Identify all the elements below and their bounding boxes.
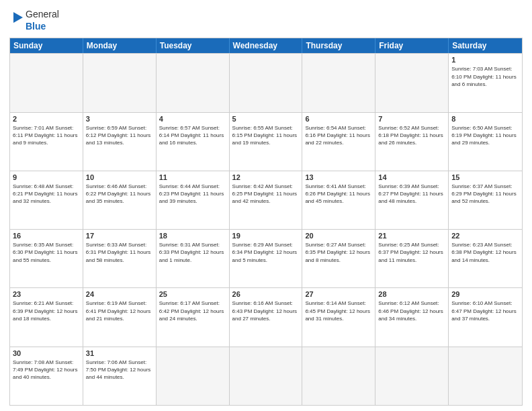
day-info: Sunrise: 7:03 AM Sunset: 6:10 PM Dayligh… [451,65,519,88]
calendar-cell: 6Sunrise: 6:54 AM Sunset: 6:16 PM Daylig… [302,113,375,171]
day-number: 16 [13,232,80,240]
calendar-body: 1Sunrise: 7:03 AM Sunset: 6:10 PM Daylig… [10,53,522,405]
calendar-row-3: 16Sunrise: 6:35 AM Sunset: 6:30 PM Dayli… [10,229,522,287]
calendar-cell: 3Sunrise: 6:59 AM Sunset: 6:12 PM Daylig… [83,113,157,171]
day-number: 6 [305,115,372,123]
logo-general: General [26,9,59,19]
calendar-cell: 26Sunrise: 6:16 AM Sunset: 6:43 PM Dayli… [230,288,303,346]
day-of-week-tuesday: Tuesday [157,38,230,53]
calendar-cell: 15Sunrise: 6:37 AM Sunset: 6:29 PM Dayli… [449,171,522,229]
day-number: 24 [86,290,153,298]
day-number: 31 [86,349,153,357]
calendar-cell: 9Sunrise: 6:48 AM Sunset: 6:21 PM Daylig… [10,171,83,229]
calendar-cell: 31Sunrise: 7:06 AM Sunset: 7:50 PM Dayli… [83,347,157,405]
day-number: 15 [451,173,519,181]
day-number: 5 [232,115,300,123]
calendar-cell: 23Sunrise: 6:21 AM Sunset: 6:39 PM Dayli… [10,288,83,346]
day-of-week-saturday: Saturday [449,38,522,53]
day-number: 20 [305,232,372,240]
day-info: Sunrise: 6:19 AM Sunset: 6:41 PM Dayligh… [86,300,153,322]
calendar-cell: 17Sunrise: 6:33 AM Sunset: 6:31 PM Dayli… [83,230,157,287]
day-info: Sunrise: 6:23 AM Sunset: 6:38 PM Dayligh… [451,241,519,264]
calendar-cell [157,54,230,111]
day-info: Sunrise: 7:01 AM Sunset: 6:11 PM Dayligh… [13,124,80,147]
calendar-cell [302,54,375,111]
day-number: 18 [159,232,226,240]
day-info: Sunrise: 6:21 AM Sunset: 6:39 PM Dayligh… [13,300,80,322]
calendar-cell: 10Sunrise: 6:46 AM Sunset: 6:22 PM Dayli… [83,171,157,229]
day-number: 12 [232,173,300,181]
header: General Blue [9,8,523,32]
calendar-cell: 30Sunrise: 7:08 AM Sunset: 7:49 PM Dayli… [10,347,83,405]
day-number: 14 [378,173,445,181]
calendar-cell: 25Sunrise: 6:17 AM Sunset: 6:42 PM Dayli… [157,288,230,346]
calendar-cell: 19Sunrise: 6:29 AM Sunset: 6:34 PM Dayli… [230,230,303,287]
calendar-header: SundayMondayTuesdayWednesdayThursdayFrid… [10,38,522,53]
day-info: Sunrise: 6:55 AM Sunset: 6:15 PM Dayligh… [232,124,300,147]
calendar-cell: 2Sunrise: 7:01 AM Sunset: 6:11 PM Daylig… [10,113,83,171]
day-info: Sunrise: 7:06 AM Sunset: 7:50 PM Dayligh… [86,359,153,381]
calendar-cell: 24Sunrise: 6:19 AM Sunset: 6:41 PM Dayli… [83,288,157,346]
calendar-cell: 12Sunrise: 6:42 AM Sunset: 6:25 PM Dayli… [230,171,303,229]
day-number: 17 [86,232,153,240]
day-info: Sunrise: 6:59 AM Sunset: 6:12 PM Dayligh… [86,124,153,147]
day-info: Sunrise: 6:16 AM Sunset: 6:43 PM Dayligh… [232,300,300,322]
calendar-cell: 22Sunrise: 6:23 AM Sunset: 6:38 PM Dayli… [449,230,522,287]
day-info: Sunrise: 6:25 AM Sunset: 6:37 PM Dayligh… [378,241,445,264]
day-number: 22 [451,232,519,240]
day-number: 9 [13,173,80,181]
svg-marker-0 [13,12,23,23]
calendar-cell: 5Sunrise: 6:55 AM Sunset: 6:15 PM Daylig… [230,113,303,171]
day-of-week-wednesday: Wednesday [230,38,303,53]
calendar-row-2: 9Sunrise: 6:48 AM Sunset: 6:21 PM Daylig… [10,171,522,229]
logo-text: General Blue [26,8,59,32]
calendar-cell: 1Sunrise: 7:03 AM Sunset: 6:10 PM Daylig… [449,54,522,111]
day-of-week-friday: Friday [375,38,449,53]
logo-container: General Blue [9,8,59,32]
calendar-row-4: 23Sunrise: 6:21 AM Sunset: 6:39 PM Dayli… [10,287,522,346]
day-info: Sunrise: 6:17 AM Sunset: 6:42 PM Dayligh… [159,300,226,322]
calendar-cell: 14Sunrise: 6:39 AM Sunset: 6:27 PM Dayli… [375,171,449,229]
day-number: 29 [451,290,519,298]
day-of-week-thursday: Thursday [302,38,375,53]
calendar-cell [157,347,230,405]
day-info: Sunrise: 6:42 AM Sunset: 6:25 PM Dayligh… [232,183,300,205]
day-info: Sunrise: 6:48 AM Sunset: 6:21 PM Dayligh… [13,183,80,205]
day-number: 1 [451,56,519,64]
calendar-cell [449,347,522,405]
day-number: 25 [159,290,226,298]
calendar-cell: 29Sunrise: 6:10 AM Sunset: 6:47 PM Dayli… [449,288,522,346]
day-number: 11 [159,173,226,181]
calendar-row-5: 30Sunrise: 7:08 AM Sunset: 7:49 PM Dayli… [10,347,522,405]
day-number: 27 [305,290,372,298]
calendar-cell [230,54,303,111]
logo: General Blue [9,8,59,32]
calendar-cell [83,54,157,111]
calendar-cell: 13Sunrise: 6:41 AM Sunset: 6:26 PM Dayli… [302,171,375,229]
day-info: Sunrise: 6:37 AM Sunset: 6:29 PM Dayligh… [451,183,519,205]
day-info: Sunrise: 6:46 AM Sunset: 6:22 PM Dayligh… [86,183,153,205]
day-number: 26 [232,290,300,298]
day-of-week-sunday: Sunday [10,38,83,53]
calendar-cell [10,54,83,111]
day-number: 2 [13,115,80,123]
day-info: Sunrise: 7:08 AM Sunset: 7:49 PM Dayligh… [13,359,80,381]
day-info: Sunrise: 6:35 AM Sunset: 6:30 PM Dayligh… [13,241,80,264]
calendar-cell: 8Sunrise: 6:50 AM Sunset: 6:19 PM Daylig… [449,113,522,171]
calendar-row-1: 2Sunrise: 7:01 AM Sunset: 6:11 PM Daylig… [10,112,522,171]
day-info: Sunrise: 6:44 AM Sunset: 6:23 PM Dayligh… [159,183,226,205]
day-number: 3 [86,115,153,123]
day-number: 7 [378,115,445,123]
day-info: Sunrise: 6:41 AM Sunset: 6:26 PM Dayligh… [305,183,372,205]
day-info: Sunrise: 6:27 AM Sunset: 6:35 PM Dayligh… [305,241,372,264]
day-info: Sunrise: 6:52 AM Sunset: 6:18 PM Dayligh… [378,124,445,147]
calendar-cell [375,54,449,111]
day-info: Sunrise: 6:50 AM Sunset: 6:19 PM Dayligh… [451,124,519,147]
day-number: 4 [159,115,226,123]
day-info: Sunrise: 6:33 AM Sunset: 6:31 PM Dayligh… [86,241,153,264]
day-info: Sunrise: 6:57 AM Sunset: 6:14 PM Dayligh… [159,124,226,147]
day-info: Sunrise: 6:54 AM Sunset: 6:16 PM Dayligh… [305,124,372,147]
day-info: Sunrise: 6:39 AM Sunset: 6:27 PM Dayligh… [378,183,445,205]
calendar-cell [375,347,449,405]
calendar-cell: 11Sunrise: 6:44 AM Sunset: 6:23 PM Dayli… [157,171,230,229]
